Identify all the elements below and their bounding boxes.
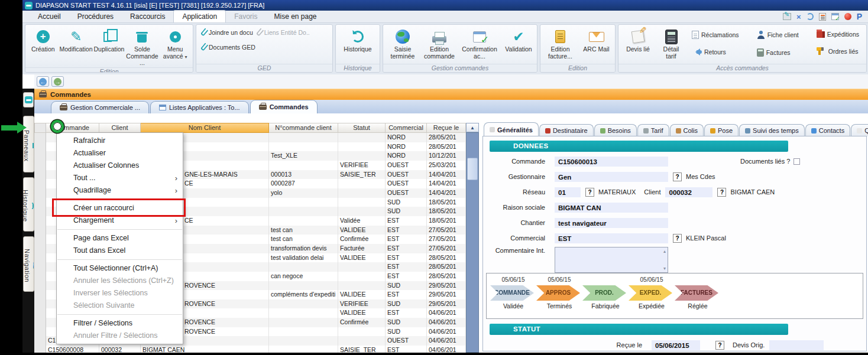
forward-button[interactable]: → [51, 76, 64, 87]
row-selector[interactable] [34, 299, 46, 309]
stage-chevron[interactable]: APPROS [536, 285, 580, 301]
stage-chevron[interactable]: COMMANDE [490, 285, 534, 301]
details-tab[interactable]: Généralités [484, 122, 539, 136]
row-selector[interactable] [34, 318, 46, 327]
help-button[interactable]: ? [717, 188, 726, 197]
details-tab[interactable]: Colis [670, 124, 704, 136]
row-selector[interactable] [34, 179, 46, 188]
devis-lie-button[interactable]: Devis lié [623, 27, 653, 54]
context-menu-item[interactable]: Tout dans Excel [57, 245, 183, 257]
document-tab[interactable]: Gestion Commerciale ... [51, 101, 149, 113]
documents-lies-checkbox[interactable] [793, 158, 800, 165]
details-tab[interactable]: Suivi des temps [739, 124, 805, 136]
row-selector[interactable] [34, 281, 46, 291]
row-selector[interactable] [34, 253, 46, 263]
context-menu-item[interactable]: Annuler les Sélections (Ctrl+Z) [57, 275, 183, 287]
liens-entite-button[interactable]: Liens Entité Do.. [255, 27, 312, 38]
notes-icon[interactable] [819, 13, 826, 21]
reseau-field[interactable]: 01 [555, 187, 581, 197]
ribbon-tab[interactable]: Favoris [226, 11, 265, 22]
column-header-ncommande[interactable]: N°commande client [269, 123, 338, 133]
help-button[interactable]: ? [715, 341, 724, 350]
context-menu-item[interactable]: Actualiser Colonnes [57, 159, 183, 172]
refresh-icon[interactable] [807, 13, 814, 20]
reclamations-button[interactable]: Réclamations [689, 29, 741, 41]
context-menu-item[interactable]: Page dans Excel [57, 232, 183, 245]
details-tab[interactable]: Qui, quand ? [851, 124, 868, 136]
joindre-docu-button[interactable]: Joindre un docu [200, 27, 255, 38]
calendar-check-icon[interactable] [831, 13, 839, 20]
edit-pad-icon[interactable] [783, 13, 791, 20]
context-menu-item[interactable]: Tout ... [57, 172, 183, 184]
historique-button[interactable]: Historique [339, 27, 377, 54]
stage-chevron[interactable]: EXPED. [629, 285, 672, 301]
raison-sociale-field[interactable]: BIGMAT CAN [555, 203, 668, 213]
gestionnaire-field[interactable]: Gen [555, 172, 668, 182]
details-tab[interactable]: Besoins [594, 124, 637, 136]
help-button[interactable]: ? [585, 188, 594, 197]
row-selector[interactable] [34, 336, 46, 346]
row-selector[interactable] [34, 235, 46, 244]
saisie-terminee-button[interactable]: Saisie terminée [384, 27, 421, 60]
stage-chevron[interactable]: FACTURES [675, 285, 718, 301]
commentaire-textarea[interactable] [555, 247, 668, 273]
ribbon-tab[interactable]: Accueil [30, 11, 69, 22]
fiche-client-button[interactable]: Fiche client [754, 29, 801, 41]
edition-facture-button[interactable]: Edition facture... [543, 27, 578, 60]
row-selector[interactable] [34, 170, 46, 180]
document-tab[interactable]: Listes Applicatives : To... [150, 101, 249, 113]
record-red-icon[interactable] [844, 13, 851, 20]
column-header-recue-le[interactable]: Reçue le [427, 123, 466, 133]
row-selector[interactable] [34, 262, 46, 272]
p-icon[interactable]: P [857, 12, 862, 21]
row-selector[interactable] [34, 142, 46, 152]
arc-mail-button[interactable]: ARC Mail [581, 27, 613, 54]
context-menu-item[interactable]: Rafraîchir [57, 135, 183, 147]
ribbon-tab[interactable]: Application [173, 10, 226, 22]
row-selector[interactable] [34, 226, 46, 235]
solde-commande-button[interactable]: Solde Commande ... [125, 27, 158, 67]
row-selector[interactable] [34, 244, 46, 253]
row-selector[interactable] [34, 133, 46, 142]
column-header-client[interactable]: Client [99, 123, 141, 133]
client-field[interactable]: 000032 [665, 187, 712, 197]
devis-orig-field[interactable] [769, 340, 824, 350]
row-selector[interactable] [34, 198, 46, 207]
context-menu-item[interactable]: Annuler Filtre / Sélections [57, 330, 183, 342]
row-selector[interactable] [34, 327, 46, 337]
context-menu-item[interactable]: Filtrer / Sélections [57, 317, 183, 330]
creation-button[interactable]: Création [27, 27, 60, 54]
validation-button[interactable]: Validation [501, 27, 536, 54]
details-tab[interactable]: Pose [704, 124, 739, 136]
ribbon-tab[interactable]: Mise en page [265, 11, 325, 22]
row-selector[interactable] [34, 272, 46, 281]
confirmation-button[interactable]: Confirmation ac... [458, 27, 501, 60]
row-selector[interactable] [34, 290, 46, 299]
context-menu-item[interactable]: Actualiser [57, 147, 183, 159]
ribbon-tab[interactable]: Procédures [69, 11, 122, 22]
row-selector[interactable] [34, 308, 46, 318]
column-header-commercial[interactable]: Commercial [386, 123, 427, 133]
detail-tarif-button[interactable]: Détail tarif [656, 27, 686, 60]
table-scrollbar[interactable]: ▲ [466, 123, 479, 353]
row-selector-header[interactable] [34, 123, 46, 133]
ordres-lies-button[interactable]: Ordres liés [814, 45, 861, 57]
column-header-statut[interactable]: Statut [338, 123, 386, 133]
row-selector[interactable] [34, 151, 46, 161]
column-header-nom-client[interactable]: Nom Client [141, 123, 269, 133]
chantier-field[interactable]: test navigateur [555, 218, 668, 228]
commercial-field[interactable]: EST [555, 233, 668, 243]
document-tab[interactable]: Commandes [250, 100, 318, 113]
details-tab[interactable]: Tarif [637, 124, 669, 136]
back-button[interactable]: ← [37, 76, 49, 87]
retours-button[interactable]: Retours [689, 47, 741, 57]
row-selector[interactable] [34, 161, 46, 170]
edition-commande-button[interactable]: Edition commande [421, 27, 458, 60]
modification-button[interactable]: Modification [60, 27, 93, 54]
ribbon-tab[interactable]: Raccourcis [122, 11, 173, 22]
recue-le-field[interactable]: 05/06/2015 [652, 340, 700, 350]
context-menu-item[interactable]: Tout Sélectionner (Ctrl+A) [57, 262, 183, 275]
documents-ged-button[interactable]: Documents GED [200, 41, 258, 53]
details-tab[interactable]: Contacts [805, 124, 850, 136]
close-x-icon[interactable]: × [796, 12, 801, 21]
